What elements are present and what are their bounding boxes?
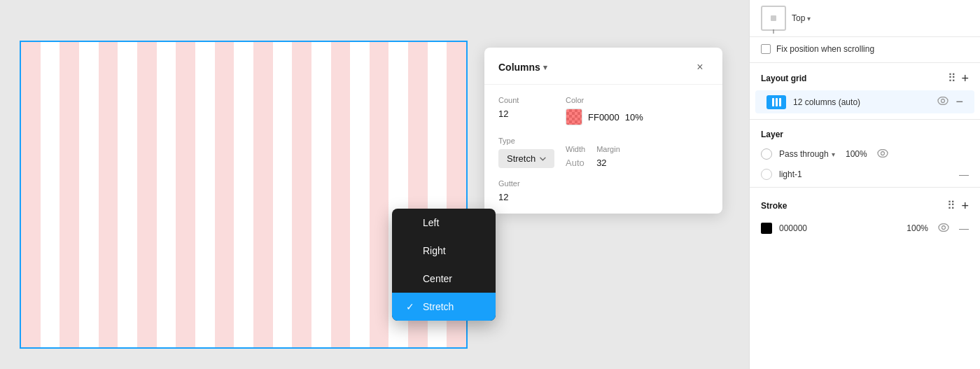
dropdown-stretch-label: Stretch	[423, 301, 454, 312]
panel-title-text: Columns	[498, 62, 540, 73]
stroke-grid-icon[interactable]: ⠿	[947, 199, 955, 212]
dropdown-center-label: Center	[423, 273, 452, 284]
type-row: Type Stretch Width Auto Margin 32	[498, 137, 708, 168]
grid-dots-icon[interactable]: ⠿	[948, 71, 955, 85]
position-dot	[771, 15, 776, 21]
layout-grid-add-icon[interactable]: +	[961, 72, 969, 85]
layer-passthrough-item: Pass through ▾ 100%	[750, 144, 980, 165]
gutter-value[interactable]: 12	[498, 192, 520, 202]
canvas-area: Columns ▾ × Count 12 Color FF0000	[0, 0, 749, 369]
panel-header: Columns ▾ ×	[484, 48, 722, 85]
dropdown-item-left[interactable]: Left	[392, 209, 496, 237]
stroke-actions: ⠿ +	[947, 199, 969, 212]
panel-title: Columns ▾	[498, 62, 547, 73]
stroke-eye-icon[interactable]	[938, 222, 949, 235]
layer-light1-item: light-1 —	[750, 165, 980, 184]
right-panel: Top ▾ Fix position when scrolling Layout…	[749, 0, 980, 369]
layer-header: Layer	[750, 123, 980, 144]
svg-point-2	[878, 150, 888, 158]
type-label: Type	[498, 137, 554, 145]
count-label: Count	[498, 96, 554, 104]
layer-eye-icon[interactable]	[877, 148, 888, 160]
col-8	[292, 42, 312, 347]
col-gap-6	[234, 42, 253, 347]
columns-panel: Columns ▾ × Count 12 Color FF0000	[484, 48, 722, 214]
count-value[interactable]: 12	[498, 109, 554, 119]
svg-point-4	[939, 224, 948, 232]
grid-bar-2	[776, 98, 778, 106]
color-swatch[interactable]	[566, 109, 582, 125]
layer-opacity-value[interactable]: 100%	[842, 149, 867, 159]
grid-item-label: 12 columns (auto)	[793, 97, 930, 107]
col-gap-4	[157, 42, 176, 347]
col-6	[215, 42, 234, 347]
layout-grid-title: Layout grid	[761, 74, 806, 83]
gutter-row: Gutter 12	[498, 179, 708, 202]
col-gap-5	[195, 42, 215, 347]
layout-grid-actions: ⠿ +	[948, 71, 969, 85]
margin-value[interactable]: 32	[596, 158, 620, 168]
fix-position-label: Fix position when scrolling	[776, 44, 874, 54]
col-gap-9	[350, 42, 370, 347]
stretch-label: Stretch	[507, 153, 536, 164]
position-chevron-icon: ▾	[807, 15, 811, 22]
stroke-color-swatch[interactable]	[761, 223, 772, 234]
svg-point-1	[941, 99, 945, 103]
layer-blend-mode-icon	[761, 148, 772, 160]
layer-section: Layer Pass through ▾ 100% light-1 —	[750, 119, 980, 187]
position-label[interactable]: Top	[792, 13, 805, 23]
col-4	[137, 42, 157, 347]
stroke-add-icon[interactable]: +	[961, 200, 969, 212]
layout-grid-section-header: Layout grid ⠿ +	[750, 63, 980, 90]
stroke-color-label[interactable]: 000000	[779, 223, 899, 233]
position-label-group: Top ▾	[792, 13, 811, 23]
stroke-section: Stroke ⠿ + 000000 100% —	[750, 187, 980, 242]
dropdown-right-label: Right	[423, 245, 446, 256]
col-gap-8	[312, 42, 331, 347]
color-opacity-value[interactable]: 10%	[625, 112, 643, 123]
layer-light1-label[interactable]: light-1	[779, 169, 952, 179]
dropdown-item-right[interactable]: Right	[392, 237, 496, 265]
color-field: Color FF0000 10%	[566, 96, 643, 125]
width-label: Width	[566, 145, 585, 153]
svg-point-5	[942, 226, 946, 230]
layer-blend-mode-label[interactable]: Pass through ▾	[779, 149, 835, 159]
panel-body: Count 12 Color FF0000 10%	[484, 85, 722, 214]
stretch-check-icon: ✓	[406, 301, 417, 312]
dropdown-item-center[interactable]: Center	[392, 265, 496, 293]
grid-item-eye-icon[interactable]	[937, 97, 948, 107]
col-gap-1	[41, 42, 60, 347]
type-field: Type Stretch	[498, 137, 554, 168]
dropdown-item-stretch[interactable]: ✓ Stretch	[392, 293, 496, 321]
stroke-dash-icon: —	[959, 223, 969, 234]
gutter-label: Gutter	[498, 179, 520, 188]
stroke-item: 000000 100% —	[750, 218, 980, 239]
col-1	[21, 42, 41, 347]
col-3	[99, 42, 118, 347]
stroke-opacity-value[interactable]: 100%	[906, 223, 928, 233]
count-field: Count 12	[498, 96, 554, 125]
svg-point-3	[881, 152, 884, 155]
grid-bar-3	[779, 98, 781, 106]
width-value[interactable]: Auto	[566, 158, 585, 168]
col-gap-3	[118, 42, 137, 347]
stroke-section-header: Stroke ⠿ +	[750, 190, 980, 218]
right-panel-top: Top ▾	[750, 0, 980, 37]
col-gap-2	[79, 42, 99, 347]
dropdown-left-label: Left	[423, 217, 439, 228]
count-color-row: Count 12 Color FF0000 10%	[498, 96, 708, 125]
grid-item[interactable]: 12 columns (auto) −	[755, 90, 974, 113]
layer-blend-chevron-icon: ▾	[832, 151, 835, 158]
col-10	[370, 42, 389, 347]
col-2	[59, 42, 79, 347]
grid-item-minus-icon[interactable]: −	[955, 95, 963, 109]
stretch-button[interactable]: Stretch	[498, 149, 554, 168]
svg-point-0	[938, 97, 948, 105]
panel-close-button[interactable]: ×	[692, 59, 708, 76]
color-hex-value[interactable]: FF0000	[588, 112, 620, 123]
position-group: Top ▾	[761, 6, 811, 31]
col-9	[331, 42, 351, 347]
fix-position-checkbox[interactable]	[761, 44, 771, 54]
layer-title: Layer	[761, 130, 783, 139]
position-diagram	[761, 6, 786, 31]
